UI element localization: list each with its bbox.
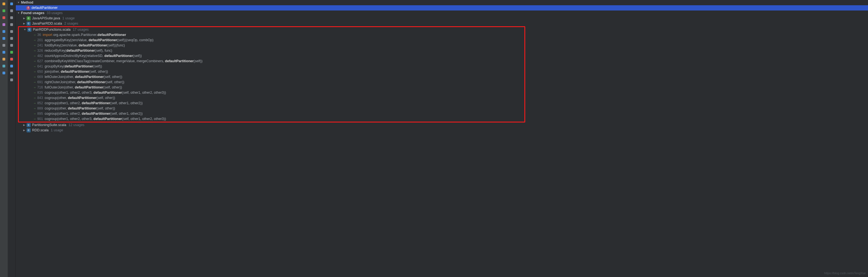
sort-icon[interactable]	[9, 77, 14, 83]
down-icon[interactable]	[1, 50, 7, 55]
usage-line[interactable]: ⇥650join(other, defaultPartitioner(self,…	[19, 69, 524, 74]
usage-line[interactable]: ⇥482countApproxDistinctByKey(relativeSD,…	[19, 53, 524, 59]
usage-pin-icon: ⇥	[34, 111, 36, 116]
up-icon[interactable]	[1, 42, 7, 48]
usage-text: leftOuterJoin(other, defaultPartitioner(…	[44, 74, 122, 80]
file-row[interactable]: C PartitioningSuite.scala 12 usages	[16, 122, 868, 128]
usage-pin-icon: ⇥	[34, 38, 36, 43]
usage-text: fullOuterJoin(other, defaultPartitioner(…	[44, 85, 122, 90]
box7-icon[interactable]	[9, 70, 14, 76]
usage-text: foldByKey(zeroValue, defaultPartitioner(…	[44, 43, 125, 48]
usage-text: rightOuterJoin(other, defaultPartitioner…	[44, 80, 124, 85]
usage-text: aggregateByKey(zeroValue, defaultPartiti…	[44, 38, 153, 43]
file-row[interactable]: C JavaPairRDD.scala 2 usages	[16, 21, 868, 26]
usages-tree: Method f defaultPartitioner Found usages…	[16, 0, 868, 277]
rotate-right-icon[interactable]	[1, 36, 7, 41]
chevron-down-icon[interactable]	[17, 10, 20, 16]
usage-line[interactable]: ⇥201aggregateByKey(zeroValue, defaultPar…	[19, 38, 524, 43]
line-number: 36	[37, 32, 41, 38]
line-number: 482	[37, 53, 43, 59]
box2-icon[interactable]	[9, 15, 14, 21]
file-usages: 1 usage	[51, 128, 63, 133]
usage-line[interactable]: ⇥901cogroup(other1, other2, other3, defa…	[19, 116, 524, 122]
chevron-right-icon[interactable]	[22, 21, 26, 26]
toolbar-secondary	[8, 0, 16, 277]
svg-rect-17	[10, 44, 13, 47]
usage-text: combineByKeyWithClassTag(createCombiner,…	[44, 59, 203, 64]
found-usages-row[interactable]: Found usages 33 usages	[16, 10, 868, 16]
file-name: PairRDDFunctions.scala	[33, 27, 70, 32]
line-number: 201	[37, 38, 43, 43]
svg-rect-9	[2, 65, 5, 67]
info-icon[interactable]	[9, 63, 14, 69]
usage-line[interactable]: ⇥326reduceByKey(defaultPartitioner(self)…	[19, 48, 524, 53]
usage-line[interactable]: ⇥627combineByKeyWithClassTag(createCombi…	[19, 59, 524, 64]
usage-line[interactable]: ⇥691rightOuterJoin(other, defaultPartiti…	[19, 80, 524, 85]
circle-left-icon[interactable]	[9, 56, 14, 62]
swap-icon[interactable]	[1, 22, 7, 27]
box5-icon[interactable]	[9, 36, 14, 41]
box4-icon[interactable]	[9, 29, 14, 34]
usage-text: countApproxDistinctByKey(relativeSD, def…	[44, 53, 142, 59]
rotate-left-icon[interactable]	[1, 29, 7, 34]
file-name: JavaAPISuite.java	[32, 16, 60, 21]
box3-icon[interactable]	[9, 22, 14, 27]
usage-line[interactable]: ⇥843cogroup(other, defaultPartitioner(se…	[19, 95, 524, 101]
usage-text: cogroup(other, defaultPartitioner(self, …	[44, 95, 115, 101]
usage-text: reduceByKey(defaultPartitioner(self), fu…	[44, 48, 112, 53]
usage-text: cogroup(other1, other2, defaultPartition…	[44, 101, 142, 106]
file-row-expanded[interactable]: C PairRDDFunctions.scala 17 usages	[19, 27, 524, 32]
file-row[interactable]: C JavaAPISuite.java 1 usage	[16, 16, 868, 21]
chevron-right-icon[interactable]	[22, 128, 26, 133]
method-row-selected[interactable]: f defaultPartitioner	[16, 5, 868, 10]
usage-text: cogroup(other1, other2, other3, defaultP…	[44, 90, 166, 95]
method-group-label: Method	[21, 0, 33, 5]
svg-rect-0	[2, 2, 5, 5]
usage-line[interactable]: ⇥36import org.apache.spark.Partitioner.d…	[19, 32, 524, 38]
usage-text: import org.apache.spark.Partitioner.defa…	[43, 32, 126, 38]
help-icon[interactable]	[1, 70, 7, 76]
usage-pin-icon: ⇥	[34, 80, 36, 85]
chevron-right-icon[interactable]	[22, 16, 26, 21]
box1-icon[interactable]	[9, 8, 14, 13]
usage-line[interactable]: ⇥241foldByKey(zeroValue, defaultPartitio…	[19, 43, 524, 48]
layout-icon[interactable]	[1, 63, 7, 69]
filter-icon[interactable]	[9, 1, 14, 7]
usage-line[interactable]: ⇥669leftOuterJoin(other, defaultPartitio…	[19, 74, 524, 80]
usage-line[interactable]: ⇥889cogroup(other, defaultPartitioner(se…	[19, 106, 524, 111]
usage-text: join(other, defaultPartitioner(self, oth…	[44, 69, 108, 74]
stop-icon[interactable]	[1, 15, 7, 21]
usage-pin-icon: ⇥	[34, 64, 36, 69]
usage-line[interactable]: ⇥716fullOuterJoin(other, defaultPartitio…	[19, 85, 524, 90]
line-number: 895	[37, 111, 43, 116]
svg-rect-7	[2, 51, 5, 54]
usage-pin-icon: ⇥	[34, 32, 36, 38]
svg-rect-5	[2, 37, 5, 40]
chevron-right-icon[interactable]	[22, 122, 26, 128]
usage-line[interactable]: ⇥835cogroup(other1, other2, other3, defa…	[19, 90, 524, 95]
box6-icon[interactable]	[9, 42, 14, 48]
usage-pin-icon: ⇥	[34, 106, 36, 111]
usage-pin-icon: ⇥	[34, 74, 36, 80]
file-row[interactable]: C RDD.scala 1 usage	[16, 128, 868, 133]
download-icon[interactable]	[1, 56, 7, 62]
svg-rect-14	[10, 23, 13, 26]
circle-right-icon[interactable]	[9, 50, 14, 55]
line-number: 641	[37, 64, 43, 69]
usage-line[interactable]: ⇥641groupByKey(defaultPartitioner(self))	[19, 64, 524, 69]
chevron-down-icon[interactable]	[23, 27, 27, 32]
line-number: 901	[37, 116, 43, 122]
usage-line[interactable]: ⇥852cogroup(other1, other2, defaultParti…	[19, 101, 524, 106]
line-number: 835	[37, 90, 43, 95]
file-name: JavaPairRDD.scala	[32, 21, 62, 26]
method-group-row[interactable]: Method	[16, 0, 868, 5]
resume-icon[interactable]	[1, 8, 7, 13]
usage-line[interactable]: ⇥895cogroup(other1, other2, defaultParti…	[19, 111, 524, 116]
line-number: 843	[37, 95, 43, 101]
target-icon[interactable]	[1, 1, 7, 7]
svg-rect-2	[2, 16, 5, 19]
svg-rect-6	[2, 44, 5, 47]
svg-rect-1	[2, 9, 5, 12]
usage-pin-icon: ⇥	[34, 69, 36, 74]
chevron-down-icon[interactable]	[17, 0, 20, 5]
